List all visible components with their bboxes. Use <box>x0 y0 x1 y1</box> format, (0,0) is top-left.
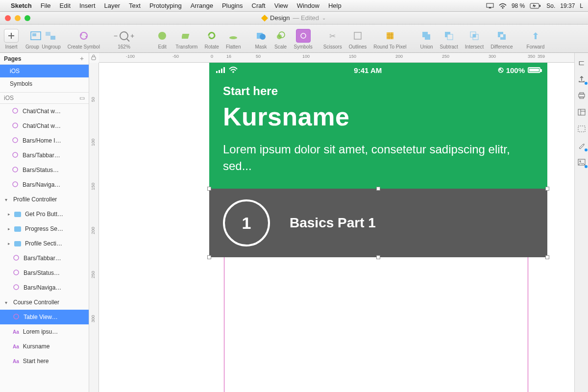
image-icon[interactable] <box>577 158 586 167</box>
svg-point-39 <box>579 161 581 162</box>
zoom-control[interactable]: −+ 162% <box>114 27 134 49</box>
inspector-tab-icon[interactable]: ⊏ <box>577 58 586 67</box>
menu-insert[interactable]: Insert <box>79 2 96 9</box>
zoom-window-button[interactable] <box>24 15 30 21</box>
course-subtitle: Start here <box>223 84 534 98</box>
menu-edit[interactable]: Edit <box>60 2 71 9</box>
svg-point-12 <box>229 36 237 39</box>
difference-button[interactable]: Difference <box>490 27 513 49</box>
layer-item[interactable]: Bars/Naviga… <box>0 280 89 295</box>
layer-item[interactable]: Bars/Status… <box>0 163 89 177</box>
layer-item[interactable]: ▸Get Pro Butt… <box>0 207 89 221</box>
course-description: Lorem ipsum dolor sit amet, consetetur s… <box>223 141 534 174</box>
layer-item[interactable]: Chat/Chat w… <box>0 104 89 119</box>
transform-button[interactable]: Transform <box>175 27 197 49</box>
svg-point-30 <box>232 71 234 73</box>
layer-group-profile[interactable]: Profile Controller <box>0 192 89 207</box>
layers-sidebar: Pages ＋ iOS Symbols iOS ▭ Chat/Chat w…Ch… <box>0 53 89 392</box>
outlines-button[interactable]: Outlines <box>349 27 367 49</box>
flatten-button[interactable]: Flatten <box>226 27 241 49</box>
scissors-button[interactable]: ✂Scissors <box>323 27 342 49</box>
intersect-button[interactable]: Intersect <box>465 27 484 49</box>
create-symbol-button[interactable]: Create Symbol <box>68 27 100 49</box>
layer-group-course[interactable]: Course Controller <box>0 295 89 310</box>
svg-rect-9 <box>50 36 55 40</box>
close-window-button[interactable] <box>5 15 11 21</box>
menu-prototyping[interactable]: Prototyping <box>149 2 182 9</box>
grid-icon[interactable] <box>577 124 586 133</box>
menu-plugins[interactable]: Plugins <box>222 2 243 9</box>
svg-rect-24 <box>473 34 476 37</box>
layer-item[interactable]: ▸Profile Secti… <box>0 236 89 251</box>
menu-app[interactable]: Sketch <box>11 2 32 9</box>
clock-time[interactable]: 19:37 <box>560 2 575 9</box>
document-edited-label: — Edited <box>293 14 318 22</box>
layer-filter[interactable]: iOS ▭ <box>0 92 89 104</box>
layer-item[interactable]: AaLorem ipsu… <box>0 324 89 339</box>
document-name: Design <box>270 14 290 22</box>
svg-rect-32 <box>580 93 584 94</box>
svg-rect-0 <box>487 3 493 7</box>
layer-item[interactable]: Bars/Tabbar… <box>0 251 89 266</box>
panel-icon[interactable] <box>577 108 586 117</box>
scale-button[interactable]: Scale <box>274 27 287 49</box>
page-symbols[interactable]: Symbols <box>0 77 89 90</box>
ruler-vertical[interactable]: 50100150200250300 <box>89 63 99 392</box>
lesson-title: Basics Part 1 <box>290 215 376 231</box>
menu-text[interactable]: Text <box>129 2 141 9</box>
subtract-button[interactable]: Subtract <box>440 27 458 49</box>
battery-icon[interactable] <box>530 3 541 9</box>
artboard[interactable]: 9:41 AM ⎋ 100% Start here Kursname Lorem… <box>209 63 547 257</box>
menu-view[interactable]: View <box>274 2 288 9</box>
lock-icon[interactable] <box>90 54 97 61</box>
print-icon[interactable] <box>577 91 586 100</box>
pen-icon[interactable] <box>577 141 586 150</box>
symbols-button[interactable]: Symbols <box>294 27 312 49</box>
forward-button[interactable]: Forward <box>527 27 545 49</box>
menu-craft[interactable]: Craft <box>252 2 266 9</box>
table-row[interactable]: 1 Basics Part 1 <box>209 189 547 257</box>
add-page-icon[interactable]: ＋ <box>79 54 85 63</box>
svg-rect-4 <box>539 5 540 7</box>
svg-rect-34 <box>578 109 585 115</box>
insert-button[interactable]: Insert <box>4 27 19 49</box>
layer-item[interactable]: AaStart here <box>0 354 89 368</box>
filter-icon: ▭ <box>79 95 85 101</box>
ruler-horizontal[interactable]: -100-5001650100150200250300350359 <box>99 53 574 63</box>
layer-item[interactable]: Table View… <box>0 310 89 324</box>
group-button[interactable] <box>29 29 42 42</box>
layer-item[interactable]: Bars/Home I… <box>0 133 89 148</box>
layer-item[interactable]: ▸Progress Se… <box>0 221 89 236</box>
mac-menubar: Sketch File Edit Insert Layer Text Proto… <box>0 0 588 12</box>
round-to-pixel-button[interactable]: Round To Pixel <box>373 27 406 49</box>
airplay-icon[interactable] <box>486 3 494 9</box>
minimize-window-button[interactable] <box>15 15 21 21</box>
menu-window[interactable]: Window <box>297 2 319 9</box>
document-title[interactable]: Design — Edited ⌄ <box>262 14 326 22</box>
layer-item[interactable]: Bars/Status… <box>0 266 89 280</box>
canvas-area[interactable]: -100-5001650100150200250300350359 501001… <box>89 53 588 392</box>
menu-help[interactable]: Help <box>328 2 342 9</box>
export-icon[interactable] <box>577 74 586 83</box>
edit-button[interactable]: Edit <box>156 27 169 49</box>
svg-marker-5 <box>533 4 536 8</box>
menu-arrange[interactable]: Arrange <box>191 2 213 9</box>
user-initial[interactable]: L <box>580 2 583 9</box>
svg-rect-25 <box>92 57 96 60</box>
layer-item[interactable]: Bars/Naviga… <box>0 177 89 192</box>
layer-item[interactable]: Bars/Tabbar… <box>0 148 89 163</box>
svg-rect-20 <box>425 34 430 40</box>
menu-layer[interactable]: Layer <box>104 2 121 9</box>
union-button[interactable]: Union <box>420 27 433 49</box>
menu-file[interactable]: File <box>41 2 51 9</box>
mask-button[interactable]: Mask <box>254 27 267 49</box>
course-title: Kursname <box>223 102 534 131</box>
layer-item[interactable]: AaKursname <box>0 339 89 354</box>
wifi-icon[interactable] <box>499 3 507 9</box>
sketch-file-icon <box>261 14 268 21</box>
layer-item[interactable]: Chat/Chat w… <box>0 119 89 133</box>
chevron-down-icon[interactable]: ⌄ <box>322 15 326 21</box>
ungroup-button[interactable] <box>44 29 57 42</box>
page-ios[interactable]: iOS <box>0 65 89 77</box>
rotate-button[interactable]: Rotate <box>204 27 219 49</box>
